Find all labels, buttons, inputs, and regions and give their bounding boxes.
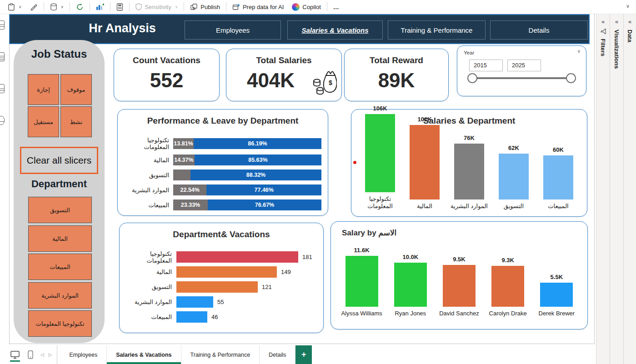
leave-segment[interactable]: 14.37% (173, 155, 195, 165)
next-page-arrow[interactable]: ▷ (46, 345, 55, 364)
copilot-button[interactable]: Copilot (288, 0, 325, 14)
expand-pane-icon[interactable]: « (596, 18, 610, 25)
sensitivity-button[interactable]: Sensitivity ∨ (131, 0, 182, 14)
chart-salary-by-name: Salary by الاسم 11.6KAlyssa Williams10.0… (331, 221, 588, 329)
leave-segment[interactable]: 22.54% (173, 184, 206, 195)
leave-segment[interactable]: 23.33% (173, 199, 208, 210)
column-bar[interactable] (346, 256, 378, 307)
column-bar[interactable] (540, 283, 573, 307)
more-options-button[interactable]: … (329, 0, 344, 14)
kpi-value: 404K (226, 69, 315, 92)
performance-segment[interactable]: 77.46% (206, 184, 321, 195)
bar[interactable] (176, 296, 213, 308)
value-label: 106K (373, 105, 387, 112)
table-view-icon[interactable] (0, 52, 5, 61)
department-heading: Department (14, 178, 105, 190)
performance-segment[interactable]: 86.19% (194, 138, 321, 149)
format-painter-button[interactable] (26, 0, 42, 14)
kpi-value: 552 (114, 69, 219, 92)
job-status-option[interactable]: مستقيل (28, 106, 59, 137)
report-view-icon[interactable] (0, 20, 5, 30)
column-bar[interactable] (491, 266, 524, 307)
expand-pane-icon[interactable]: « (624, 18, 636, 25)
department-option[interactable]: المبيعات (28, 254, 92, 280)
visualizations-pane-collapsed[interactable]: « Visualizations (610, 14, 623, 364)
expand-pane-icon[interactable]: « (610, 18, 623, 25)
performance-segment[interactable]: 88.32% (190, 170, 321, 180)
category-label: التسويق (504, 203, 524, 210)
page-tab-employees[interactable]: Employees (60, 345, 107, 364)
column-bar[interactable] (543, 155, 573, 199)
performance-segment[interactable]: 76.67% (208, 199, 321, 210)
calculator-button[interactable] (112, 0, 127, 14)
header-nav-training-performance[interactable]: Training & Performance (388, 20, 486, 40)
job-status-option[interactable]: نشط (60, 106, 92, 137)
column-bar[interactable] (454, 144, 484, 199)
column-bar[interactable] (365, 114, 395, 192)
job-status-option[interactable]: إجازة (28, 74, 59, 105)
value-label: 149 (281, 269, 291, 275)
page-tab-salaries-vacations[interactable]: Salaries & Vacations (107, 345, 181, 364)
tab-bar-divider (57, 345, 57, 364)
filters-pane-collapsed[interactable]: « Filters (596, 14, 610, 364)
category-label: المالية (124, 269, 176, 275)
prev-page-arrow[interactable]: ◁ (38, 345, 46, 364)
value-label: 121 (262, 284, 272, 290)
column-item: 11.6KAlyssa Williams (338, 247, 386, 317)
data-source-button[interactable]: ∨ (46, 0, 68, 14)
data-pane-collapsed[interactable]: « Data (623, 14, 636, 364)
department-option[interactable]: التسويق (28, 197, 92, 223)
column-item: 76Kالموارد البشرية (448, 135, 490, 210)
year-range-handle-start[interactable] (467, 73, 477, 83)
refresh-button[interactable] (72, 0, 88, 14)
nav-label: Details (529, 26, 550, 34)
value-label: 101K (417, 116, 431, 123)
year-range-track[interactable] (473, 77, 571, 79)
category-label: الموارد البشرية (124, 299, 176, 305)
bar[interactable] (176, 311, 207, 323)
new-visual-button[interactable] (92, 0, 108, 14)
chevron-down-icon: ∨ (61, 5, 64, 9)
slicer-sidebar: Job Status إجازةموقوفمستقيلنشط Clear all… (14, 40, 105, 343)
chevron-down-icon[interactable]: ∨ (577, 49, 581, 54)
column-bar[interactable] (410, 125, 440, 199)
department-option[interactable]: الموارد البشرية (28, 282, 92, 309)
column-bar[interactable] (443, 265, 476, 307)
bar[interactable] (176, 281, 258, 293)
header-nav-details[interactable]: Details (490, 20, 588, 40)
page-tab-details[interactable]: Details (260, 345, 295, 364)
job-status-option[interactable]: موقوف (60, 74, 92, 105)
mobile-view-icon[interactable] (23, 345, 38, 364)
bar[interactable] (176, 266, 277, 278)
toolbar: ∨ ∨ (0, 0, 636, 14)
department-option[interactable]: المالية (28, 225, 92, 252)
category-label: Derek Brewer (539, 310, 575, 317)
leave-segment[interactable]: 13.81% (173, 138, 194, 149)
prep-data-button[interactable]: Prep data for AI (228, 0, 288, 14)
stacked-bar-row: تكنولوجيا المعلومات13.81%86.19% (122, 137, 321, 150)
sensitivity-shield-icon (135, 3, 142, 10)
year-end-input[interactable]: 2025 (507, 60, 541, 71)
leave-segment[interactable] (173, 170, 190, 180)
publish-button[interactable]: Publish (186, 0, 224, 14)
year-start-input[interactable]: 2015 (469, 60, 503, 71)
paste-button[interactable]: ∨ (4, 0, 26, 14)
department-option[interactable]: تكنولوجيا المعلومات (28, 310, 92, 337)
year-slicer: Year ∨ 2015 2025 (457, 45, 586, 96)
dax-view-icon[interactable] (0, 116, 5, 125)
performance-segment[interactable]: 85.63% (195, 155, 321, 165)
chart-title: Salary by الاسم (342, 228, 587, 238)
column-bar[interactable] (499, 154, 529, 199)
page-tab-training-performance[interactable]: Training & Performance (181, 345, 260, 364)
desktop-view-icon[interactable] (7, 345, 23, 364)
column-bar[interactable] (394, 263, 427, 307)
header-nav-salaries-vacations[interactable]: Salaries & Vacations (287, 20, 383, 40)
header-nav-employees[interactable]: Employees (185, 20, 281, 40)
clear-all-slicers-button[interactable]: Clear all slicers (20, 147, 98, 174)
bar[interactable] (176, 251, 298, 263)
ribbon-collapse-chevron[interactable]: ∨ (626, 3, 630, 9)
model-view-icon[interactable] (0, 84, 5, 93)
year-range-handle-end[interactable] (566, 73, 576, 83)
add-page-button[interactable]: + (295, 345, 312, 364)
chart-performance-leave: Performance & Leave by Department تكنولو… (117, 109, 328, 216)
